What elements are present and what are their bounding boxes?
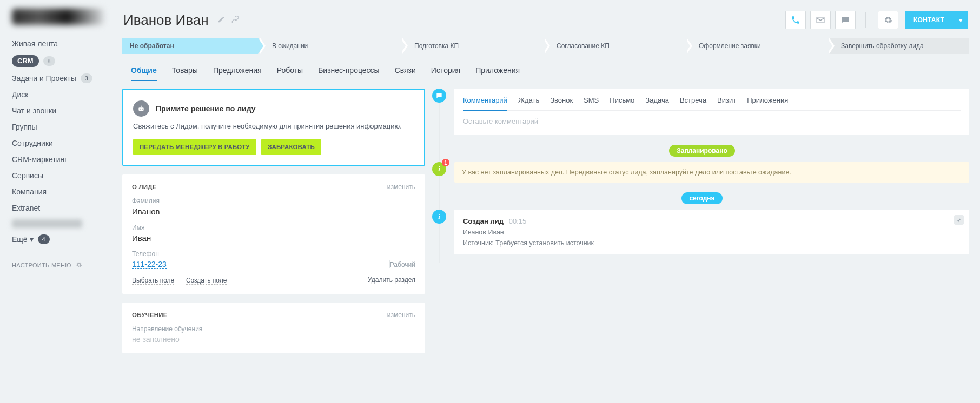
sidebar-settings[interactable]: НАСТРОИТЬ МЕНЮ (0, 247, 114, 273)
tab-bp[interactable]: Бизнес-процессы (318, 66, 379, 81)
section-edit[interactable]: изменить (387, 311, 415, 319)
sidebar: Живая лента CRM 8 Задачи и Проекты 3 Дис… (0, 0, 114, 403)
stage-1[interactable]: Не обработан (122, 38, 258, 54)
contact-dropdown[interactable]: ▾ (953, 11, 968, 29)
sidebar-more[interactable]: Ещё▾ 4 (0, 231, 114, 247)
tab-products[interactable]: Товары (172, 66, 198, 81)
planned-divider: Запланировано (435, 145, 969, 157)
ctab-sms[interactable]: SMS (584, 96, 599, 110)
reject-button[interactable]: ЗАБРАКОВАТЬ (261, 139, 321, 155)
logo (0, 4, 114, 36)
ctab-mail[interactable]: Письмо (610, 96, 634, 110)
sidebar-item-chat[interactable]: Чат и звонки (0, 103, 114, 119)
chat-button[interactable] (835, 11, 856, 29)
sidebar-item-employees[interactable]: Сотрудники (0, 135, 114, 151)
comment-input[interactable]: Оставьте комментарий (463, 117, 961, 125)
ctab-apps[interactable]: Приложения (747, 96, 788, 110)
event-line2: Источник: Требуется установить источник (463, 239, 961, 247)
chevron-down-icon: ▾ (959, 16, 963, 24)
info-icon: i (432, 210, 446, 224)
page-title: Иванов Иван (123, 12, 209, 29)
header: Иванов Иван КОН (121, 0, 970, 33)
settings-button[interactable] (878, 11, 898, 29)
sidebar-item-hidden (12, 219, 82, 228)
info-icon: i 1 (432, 162, 446, 176)
edit-icon[interactable] (217, 16, 225, 25)
direction-label: Направление обучения (132, 325, 415, 333)
mail-icon (816, 15, 825, 25)
event-title: Создан лид (463, 217, 504, 225)
firstname-label: Имя (132, 224, 415, 231)
create-field-link[interactable]: Создать поле (186, 277, 227, 285)
stage-3[interactable]: Подготовка КП (402, 38, 542, 54)
tab-general[interactable]: Общие (131, 66, 157, 81)
mail-button[interactable] (810, 11, 831, 29)
decision-title: Примите решение по лиду (156, 104, 256, 113)
link-icon[interactable] (231, 16, 239, 25)
tab-offers[interactable]: Предложения (213, 66, 262, 81)
stage-4[interactable]: Согласование КП (545, 38, 685, 54)
sidebar-more-badge: 4 (38, 234, 50, 244)
sidebar-badge: 3 (81, 73, 92, 83)
about-lead-section: О ЛИДЕ изменить Фамилия Иванов Имя Иван … (122, 174, 425, 294)
separator (865, 12, 866, 28)
call-button[interactable] (785, 11, 806, 29)
timeline-column: Комментарий Ждать Звонок SMS Письмо Зада… (435, 89, 969, 263)
ctab-call[interactable]: Звонок (550, 96, 573, 110)
stage-5[interactable]: Оформление заявки (687, 38, 827, 54)
sidebar-item-marketing[interactable]: CRM-маркетинг (0, 151, 114, 167)
sidebar-item-extranet[interactable]: Extranet (0, 200, 114, 216)
main: Иванов Иван КОН (114, 0, 980, 403)
sidebar-item-disk[interactable]: Диск (0, 86, 114, 103)
sidebar-badge: 8 (43, 56, 55, 66)
details-column: Примите решение по лиду Свяжитесь с Лидо… (122, 89, 425, 362)
ctab-visit[interactable]: Визит (717, 96, 736, 110)
sidebar-item-crm[interactable]: CRM 8 (0, 52, 114, 70)
svg-rect-4 (141, 106, 141, 108)
sidebar-item-feed[interactable]: Живая лента (0, 36, 114, 52)
sidebar-item-tasks[interactable]: Задачи и Проекты 3 (0, 70, 114, 86)
tab-robots[interactable]: Роботы (277, 66, 303, 81)
section-title: О ЛИДЕ (132, 184, 157, 190)
lastname-label: Фамилия (132, 197, 415, 205)
lastname-value: Иванов (132, 207, 415, 216)
planned-warning-node: i 1 У вас нет запланированных дел. Перед… (435, 162, 969, 183)
decision-text: Свяжитесь с Лидом, получите необходимую … (133, 122, 414, 130)
no-activities-warning: У вас нет запланированных дел. Передвинь… (454, 162, 969, 183)
stage-2[interactable]: В ожидании (260, 38, 400, 54)
pin-icon[interactable] (954, 215, 964, 225)
warning-badge: 1 (442, 159, 449, 166)
ctab-comment[interactable]: Комментарий (463, 96, 507, 111)
ctab-meet[interactable]: Встреча (680, 96, 706, 110)
tab-history[interactable]: История (431, 66, 460, 81)
svg-rect-1 (138, 107, 143, 111)
sidebar-item-services[interactable]: Сервисы (0, 167, 114, 184)
assign-manager-button[interactable]: ПЕРЕДАТЬ МЕНЕДЖЕРУ В РАБОТУ (133, 139, 256, 155)
phone-icon (791, 15, 800, 25)
delete-section-link[interactable]: Удалить раздел (368, 276, 415, 284)
education-section: ОБУЧЕНИЕ изменить Направление обучения н… (122, 303, 425, 353)
lead-created-node: i Создан лид 00:15 Иванов Иван Источник:… (435, 210, 969, 254)
speech-icon (432, 89, 446, 103)
ctab-task[interactable]: Задача (645, 96, 669, 110)
phone-link[interactable]: 111-22-23 (132, 260, 167, 269)
stage-finish[interactable]: Завершить обработку лида (829, 38, 969, 54)
contact-button[interactable]: КОНТАКТ (905, 11, 953, 29)
decision-card: Примите решение по лиду Свяжитесь с Лидо… (122, 89, 425, 166)
stages-bar: Не обработан В ожидании Подготовка КП Со… (122, 38, 969, 54)
sidebar-item-company[interactable]: Компания (0, 184, 114, 200)
select-field-link[interactable]: Выбрать поле (132, 277, 174, 285)
robot-icon (133, 100, 149, 117)
tab-links[interactable]: Связи (395, 66, 416, 81)
ctab-wait[interactable]: Ждать (518, 96, 539, 110)
firstname-value: Иван (132, 233, 415, 243)
svg-point-2 (140, 109, 141, 110)
tab-apps[interactable]: Приложения (475, 66, 520, 81)
detail-tabs: Общие Товары Предложения Роботы Бизнес-п… (121, 54, 970, 81)
section-title: ОБУЧЕНИЕ (132, 312, 168, 318)
sidebar-item-groups[interactable]: Группы (0, 119, 114, 135)
section-edit[interactable]: изменить (387, 183, 415, 191)
event-line1: Иванов Иван (463, 229, 961, 236)
gear-icon (76, 261, 82, 269)
gear-icon (884, 16, 892, 24)
